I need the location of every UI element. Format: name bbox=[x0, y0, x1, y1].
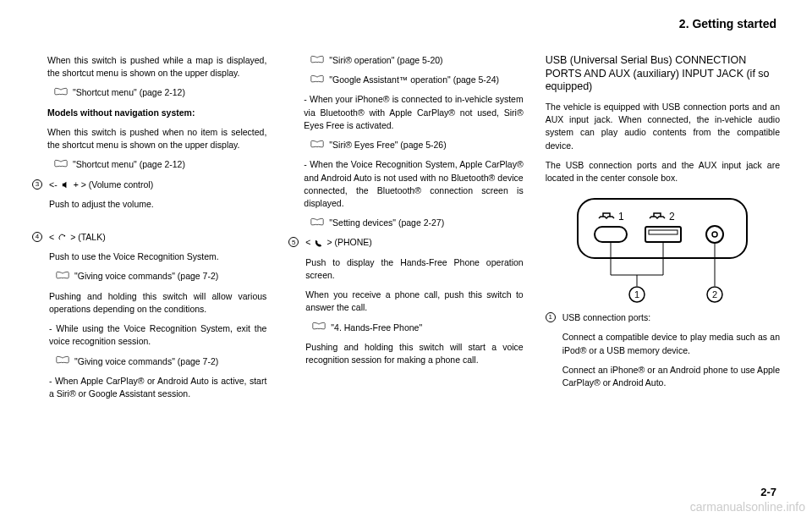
reference-link: "Giving voice commands" (page 7-2) bbox=[49, 270, 266, 283]
reference-text: "Google Assistant™ operation" (page 5-24… bbox=[329, 74, 499, 86]
control-label: < > (PHONE) bbox=[305, 236, 523, 249]
section-heading: USB (Universal Serial Bus) CONNECTION PO… bbox=[546, 54, 780, 94]
item-label: USB connection ports: bbox=[562, 311, 780, 324]
phone-icon bbox=[314, 239, 323, 248]
reference-link: "Shortcut menu" (page 2-12) bbox=[47, 86, 266, 99]
reference-text: "Giving voice commands" (page 7-2) bbox=[74, 355, 218, 368]
svg-point-5 bbox=[706, 226, 723, 243]
svg-point-6 bbox=[712, 232, 717, 237]
numbered-item-5: 5 < > (PHONE) Push to display the Hands-… bbox=[288, 236, 523, 380]
body-text: Connect a compatible device to play medi… bbox=[562, 331, 780, 356]
manual-page: 2. Getting started When this switch is p… bbox=[0, 0, 812, 437]
book-icon bbox=[310, 139, 324, 149]
talk-icon bbox=[58, 233, 67, 242]
body-text: Connect an iPhone® or an Android phone t… bbox=[562, 364, 780, 389]
body-text: When you receive a phone call, push this… bbox=[305, 289, 523, 314]
column-1: When this switch is pushed while a map i… bbox=[32, 54, 266, 421]
page-number: 2-7 bbox=[760, 486, 776, 498]
port-label-2: 2 bbox=[669, 211, 675, 223]
reference-link: "Google Assistant™ operation" (page 5-24… bbox=[304, 74, 523, 86]
reference-text: "Setting devices" (page 2-27) bbox=[329, 217, 444, 229]
diagram-item-1: 1 USB connection ports: Connect a compat… bbox=[546, 311, 780, 403]
reference-link: "4. Hands-Free Phone" bbox=[305, 322, 523, 334]
reference-text: "Siri® operation" (page 5-20) bbox=[329, 54, 442, 67]
svg-point-0 bbox=[63, 235, 65, 237]
book-icon bbox=[312, 322, 326, 332]
speaker-icon bbox=[61, 180, 70, 190]
reference-link: "Setting devices" (page 2-27) bbox=[304, 217, 523, 229]
book-icon bbox=[310, 74, 324, 84]
label-text: < bbox=[305, 236, 310, 249]
reference-link: "Siri® Eyes Free" (page 5-26) bbox=[304, 139, 523, 151]
book-icon bbox=[310, 54, 324, 64]
body-text: Pushing and holding this switch will sta… bbox=[305, 341, 523, 366]
reference-link: "Giving voice commands" (page 7-2) bbox=[49, 355, 266, 368]
item-number: 1 bbox=[546, 312, 556, 322]
control-label: <- + > (Volume control) bbox=[49, 179, 266, 191]
body-text: Push to display the Hands-Free Phone ope… bbox=[305, 256, 523, 282]
numbered-item-4: 4 < > (TALK) Push to use the Voice Recog… bbox=[32, 231, 266, 414]
book-icon bbox=[56, 355, 69, 366]
reference-link: "Shortcut menu" (page 2-12) bbox=[47, 158, 266, 171]
body-text: The USB connection ports and the AUX inp… bbox=[546, 159, 780, 184]
book-icon bbox=[310, 217, 324, 227]
book-icon bbox=[54, 158, 68, 168]
book-icon bbox=[56, 270, 69, 280]
body-text: - When your iPhone® is connected to in-v… bbox=[304, 93, 523, 132]
body-text: - When Apple CarPlay® or Android Auto is… bbox=[49, 375, 266, 400]
body-text: When this switch is pushed when no item … bbox=[47, 126, 266, 151]
subheading: Models without navigation system: bbox=[47, 107, 266, 119]
numbered-item-3: 3 <- + > (Volume control) Push to adjust… bbox=[32, 179, 266, 224]
reference-text: "4. Hands-Free Phone" bbox=[331, 322, 422, 334]
body-text: The vehicle is equipped with USB connect… bbox=[546, 101, 780, 152]
body-text: - When the Voice Recognition System, App… bbox=[304, 158, 523, 210]
column-3: USB (Universal Serial Bus) CONNECTION PO… bbox=[546, 54, 780, 421]
reference-text: "Giving voice commands" (page 7-2) bbox=[74, 270, 218, 283]
callout-2: 2 bbox=[712, 289, 717, 300]
watermark: carmanualsonline.info bbox=[690, 500, 805, 514]
item-number: 5 bbox=[288, 237, 299, 247]
body-text: Push to use the Voice Recognition System… bbox=[49, 250, 266, 263]
column-2: "Siri® operation" (page 5-20) "Google As… bbox=[288, 54, 523, 421]
callout-1: 1 bbox=[634, 289, 639, 300]
book-icon bbox=[54, 86, 68, 96]
body-text: Push to adjust the volume. bbox=[49, 198, 266, 211]
label-text: > (PHONE) bbox=[326, 236, 371, 249]
body-text: - While using the Voice Recognition Syst… bbox=[49, 322, 266, 348]
reference-text: "Shortcut menu" (page 2-12) bbox=[73, 86, 185, 99]
reference-text: "Siri® Eyes Free" (page 5-26) bbox=[329, 139, 446, 151]
reference-link: "Siri® operation" (page 5-20) bbox=[304, 54, 523, 67]
body-text: Pushing and holding this switch will all… bbox=[49, 290, 266, 316]
port-label-1: 1 bbox=[618, 211, 624, 223]
body-text: When this switch is pushed while a map i… bbox=[47, 54, 266, 80]
reference-text: "Shortcut menu" (page 2-12) bbox=[73, 158, 185, 171]
svg-rect-2 bbox=[595, 227, 627, 242]
content-columns: When this switch is pushed while a map i… bbox=[32, 54, 780, 421]
label-text: + > (Volume control) bbox=[74, 179, 154, 191]
usb-ports-diagram: 1 2 bbox=[546, 195, 780, 305]
item-number: 4 bbox=[32, 232, 42, 242]
control-label: < > (TALK) bbox=[49, 231, 266, 244]
svg-rect-4 bbox=[649, 230, 678, 234]
item-number: 3 bbox=[32, 179, 42, 190]
label-text: < bbox=[49, 231, 54, 244]
section-header: 2. Getting started bbox=[32, 17, 780, 30]
label-text: > (TALK) bbox=[70, 231, 106, 244]
label-text: <- bbox=[49, 179, 58, 191]
